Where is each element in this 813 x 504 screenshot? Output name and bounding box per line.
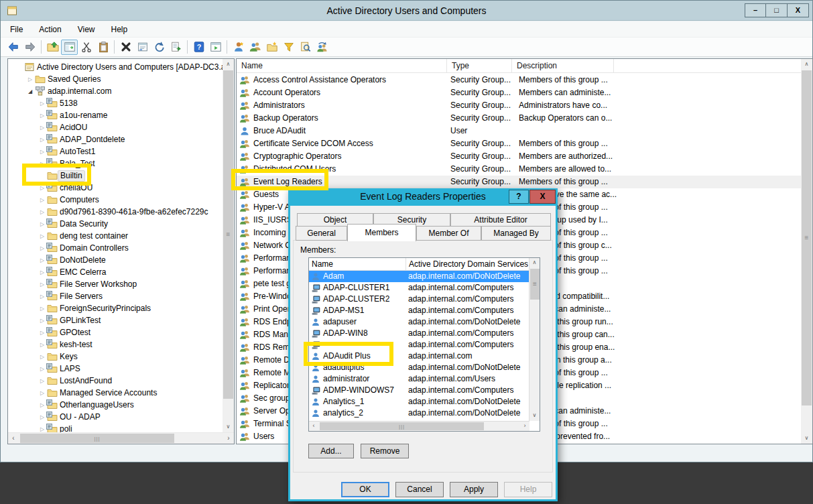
tree-vertical-scrollbar[interactable]: ∧ ≡ ∨ xyxy=(223,59,234,432)
expand-arrow-icon[interactable] xyxy=(38,145,47,158)
show-console-tree-icon[interactable] xyxy=(61,40,78,55)
member-row[interactable]: Analytics_1 adap.internal.com/DoNotDelet… xyxy=(309,396,529,407)
tree-item[interactable]: Managed Service Accounts xyxy=(8,387,223,399)
scroll-right-icon[interactable]: › xyxy=(520,422,529,431)
tree-item[interactable]: AcidOU xyxy=(8,121,223,133)
table-row[interactable]: Bruce ADAudit User xyxy=(237,125,802,137)
table-row[interactable]: Administrators Security Group... Adminis… xyxy=(237,99,802,112)
scroll-down-icon[interactable]: ∨ xyxy=(529,411,540,421)
remove-button[interactable]: Remove xyxy=(361,444,409,458)
expand-arrow-icon[interactable] xyxy=(38,302,47,314)
member-row[interactable]: administrator adap.internal.com/Users xyxy=(309,373,529,385)
column-header-name[interactable]: Name xyxy=(237,59,447,73)
maximize-button[interactable]: □ xyxy=(766,3,788,17)
tab-member-of[interactable]: Member Of xyxy=(416,226,481,241)
column-header-description[interactable]: Description xyxy=(512,59,614,73)
tree-item[interactable]: ForeignSecurityPrincipals xyxy=(8,302,223,314)
tree-item[interactable]: DoNotDelete xyxy=(8,254,223,266)
scroll-down-icon[interactable]: ∨ xyxy=(223,422,234,432)
refresh-icon[interactable] xyxy=(151,40,168,55)
scroll-up-icon[interactable]: ∧ xyxy=(529,258,540,268)
expand-arrow-icon[interactable] xyxy=(38,266,47,278)
expand-arrow-icon[interactable] xyxy=(38,338,47,351)
members-column-name[interactable]: Name xyxy=(309,258,406,271)
member-row[interactable]: ADAP-MS1 adap.internal.com/Computers xyxy=(309,305,529,316)
tree-item[interactable]: GPOtest xyxy=(8,326,223,338)
tree-item[interactable]: Domain Controllers xyxy=(8,242,223,254)
scroll-up-icon[interactable]: ∧ xyxy=(223,59,234,70)
dialog-close-button[interactable]: X xyxy=(529,190,556,204)
export-list-icon[interactable] xyxy=(168,40,184,55)
dialog-help-button[interactable]: ? xyxy=(509,190,529,204)
tab-members[interactable]: Members xyxy=(347,224,416,241)
tree-item[interactable]: d90d7961-8390-461a-9fbe-a62efec7229c xyxy=(8,206,223,218)
tree-item[interactable]: File Servers xyxy=(8,290,223,302)
expand-arrow-icon[interactable] xyxy=(38,314,47,326)
tab-general[interactable]: General xyxy=(296,226,347,241)
member-row[interactable]: adapuser adap.internal.com/DoNotDelete xyxy=(309,316,529,328)
new-user-icon[interactable] xyxy=(230,40,247,55)
tree-horizontal-scrollbar[interactable]: ‹ ||| › xyxy=(8,432,234,444)
tree-item[interactable]: Keys xyxy=(8,351,223,363)
scrollbar-thumb[interactable]: ||| xyxy=(320,422,484,430)
menu-item[interactable]: View xyxy=(78,25,95,34)
expand-arrow-icon[interactable] xyxy=(38,218,47,230)
cancel-button[interactable]: Cancel xyxy=(395,482,444,497)
scrollbar-thumb[interactable]: ≡ xyxy=(223,70,233,399)
table-row[interactable]: Backup Operators Security Group... Backu… xyxy=(237,112,802,125)
tree-item[interactable]: Active Directory Users and Computers [AD… xyxy=(8,61,223,73)
filter-icon[interactable] xyxy=(280,40,297,55)
table-row[interactable]: Certificate Service DCOM Access Security… xyxy=(237,137,802,150)
help-button[interactable]: Help xyxy=(504,482,552,497)
member-row[interactable]: ADAP-CLUSTER1 adap.internal.com/Computer… xyxy=(309,282,529,294)
show-window-icon[interactable] xyxy=(207,40,224,55)
forward-icon[interactable] xyxy=(21,40,38,55)
expand-arrow-icon[interactable] xyxy=(38,411,47,423)
expand-arrow-icon[interactable] xyxy=(38,351,47,363)
scroll-left-icon[interactable]: ‹ xyxy=(8,433,19,444)
tree-item[interactable]: File Server Workshop xyxy=(8,278,223,290)
tree-item[interactable]: OtherlanguageUsers xyxy=(8,399,223,411)
scroll-up-icon[interactable]: ∧ xyxy=(801,59,812,70)
expand-arrow-icon[interactable] xyxy=(38,109,47,121)
cut-icon[interactable] xyxy=(78,40,95,55)
tab-managed-by[interactable]: Managed By xyxy=(481,226,551,241)
expand-arrow-icon[interactable] xyxy=(25,73,35,85)
new-group-icon[interactable] xyxy=(247,40,263,55)
tab-attribute-editor[interactable]: Attribute Editor xyxy=(450,213,551,227)
tree-item[interactable]: deng test container xyxy=(8,230,223,242)
member-row[interactable]: analytics_2 adap.internal.com/DoNotDelet… xyxy=(309,407,529,419)
expand-arrow-icon[interactable] xyxy=(38,326,47,338)
expand-arrow-icon[interactable] xyxy=(25,85,35,97)
find-icon[interactable] xyxy=(297,40,314,55)
members-column-folder[interactable]: Active Directory Domain Services Folder xyxy=(406,258,529,271)
tree-item[interactable]: LAPS xyxy=(8,363,223,375)
scrollbar-thumb[interactable]: ≡ xyxy=(802,70,812,405)
tree-item[interactable]: Saved Queries xyxy=(8,73,223,85)
expand-arrow-icon[interactable] xyxy=(38,363,47,375)
tree-item[interactable]: Data Security xyxy=(8,218,223,230)
tree-item[interactable]: LostAndFound xyxy=(8,375,223,387)
expand-arrow-icon[interactable] xyxy=(38,399,47,411)
table-row[interactable]: Account Operators Security Group... Memb… xyxy=(237,86,802,99)
help-icon[interactable]: ? xyxy=(190,40,207,55)
menu-item[interactable]: Help xyxy=(111,25,128,34)
list-vertical-scrollbar[interactable]: ∧ ≡ ∨ xyxy=(801,59,812,444)
expand-arrow-icon[interactable] xyxy=(38,387,47,399)
expand-arrow-icon[interactable] xyxy=(38,242,47,254)
tree-item[interactable]: GPLinkTest xyxy=(8,314,223,326)
close-button[interactable]: X xyxy=(788,3,809,17)
member-row[interactable]: ADAP-CLUSTER2 adap.internal.com/Computer… xyxy=(309,294,529,305)
up-one-level-icon[interactable] xyxy=(44,40,61,55)
minimize-button[interactable]: – xyxy=(745,3,766,17)
new-ou-icon[interactable] xyxy=(263,40,280,55)
expand-arrow-icon[interactable] xyxy=(38,133,47,145)
expand-arrow-icon[interactable] xyxy=(38,97,47,109)
properties-icon[interactable] xyxy=(134,40,151,55)
member-row[interactable]: ADMP-WINDOWS7 adap.internal.com/Computer… xyxy=(309,385,529,396)
member-row[interactable]: Adam adap.internal.com/DoNotDelete xyxy=(309,271,529,282)
expand-arrow-icon[interactable] xyxy=(38,278,47,290)
members-horizontal-scrollbar[interactable]: ‹ ||| › xyxy=(309,421,529,431)
tree-item[interactable]: a1ou-rename xyxy=(8,109,223,121)
expand-arrow-icon[interactable] xyxy=(38,194,47,206)
